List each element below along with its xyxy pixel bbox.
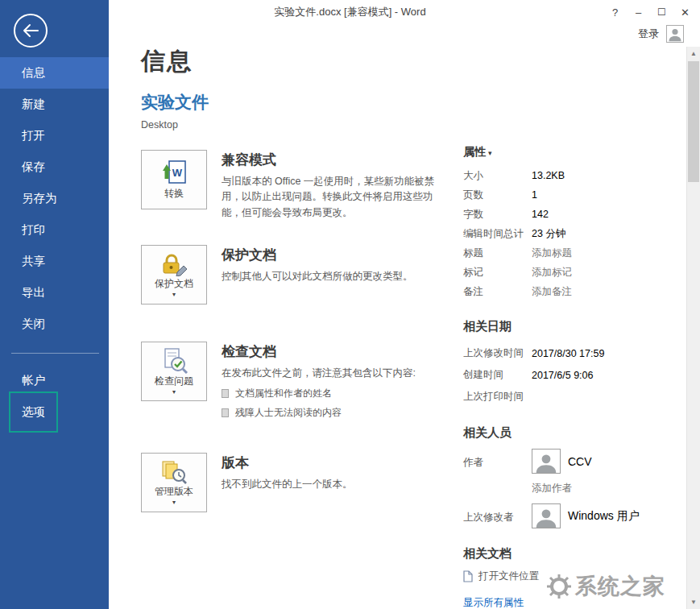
sidebar-item-options[interactable]: 选项 — [0, 396, 109, 428]
property-label: 字数 — [463, 208, 532, 222]
bullet-text: 文档属性和作者的姓名 — [235, 387, 332, 400]
related-documents-heading: 相关文档 — [463, 546, 700, 561]
property-row-comments: 备注 添加备注 — [463, 282, 700, 301]
person-icon — [534, 506, 558, 528]
sidebar-item-export[interactable]: 导出 — [0, 277, 109, 309]
last-modified-by-row: 上次修改者 Windows 用户 — [463, 503, 700, 528]
inspect-section: 检查问题 ▾ 检查文档 在发布此文件之前，请注意其包含以下内容: 文档属性和作者… — [141, 342, 487, 453]
backstage-sidebar: 信息 新建 打开 保存 另存为 打印 共享 导出 关闭 帐户 选项 — [0, 0, 109, 609]
bullet-icon — [222, 408, 229, 417]
check-issues-button-label: 检查问题 — [155, 375, 193, 388]
inspect-bullet-item: 文档属性和作者的姓名 — [222, 387, 437, 400]
show-all-properties-link[interactable]: 显示所有属性 — [463, 596, 700, 609]
inspect-description: 在发布此文件之前，请注意其包含以下内容: — [222, 366, 437, 381]
properties-rows: 大小 13.2KB 页数 1 字数 142 编辑时间总计 23 分钟 标题 添加… — [463, 166, 700, 301]
sidebar-item-info[interactable]: 信息 — [0, 57, 109, 89]
help-button[interactable]: ? — [603, 0, 627, 24]
property-label: 编辑时间总计 — [463, 227, 532, 241]
convert-button[interactable]: W 转换 — [141, 150, 207, 209]
property-value: 142 — [532, 209, 549, 220]
maximize-button[interactable]: ☐ — [650, 0, 673, 24]
date-value: 2017/6/5 9:06 — [532, 370, 593, 381]
info-page: 信息 实验文件 Desktop W 转换 兼容模式 与旧版本的 Office 一… — [109, 24, 686, 609]
check-issues-button[interactable]: 检查问题 ▾ — [141, 342, 207, 401]
date-label: 创建时间 — [463, 368, 532, 382]
options-highlight-box[interactable]: 选项 — [9, 392, 58, 433]
open-file-location-label: 打开文件位置 — [478, 570, 539, 583]
dropdown-icon: ▾ — [488, 149, 492, 157]
versions-description: 找不到此文件的上一个版本。 — [222, 477, 437, 492]
sidebar-item-open[interactable]: 打开 — [0, 120, 109, 151]
date-row-created: 创建时间 2017/6/5 9:06 — [463, 364, 700, 386]
svg-text:W: W — [172, 167, 183, 179]
inspect-bullet-item: 残障人士无法阅读的内容 — [222, 406, 437, 420]
add-comments-field[interactable]: 添加备注 — [532, 285, 572, 299]
compatibility-section: W 转换 兼容模式 与旧版本的 Office 一起使用时，某些新功能被禁用，以防… — [141, 150, 487, 245]
sign-in-link[interactable]: 登录 — [638, 27, 659, 41]
back-arrow-icon — [22, 23, 39, 38]
document-location: Desktop — [141, 119, 686, 130]
scroll-down-icon[interactable]: ▼ — [687, 595, 700, 609]
sidebar-item-save-as[interactable]: 另存为 — [0, 183, 109, 214]
page-title: 信息 — [141, 45, 686, 78]
compatibility-heading: 兼容模式 — [222, 151, 437, 169]
property-label: 大小 — [463, 169, 532, 183]
date-value: 2017/8/30 17:59 — [532, 348, 604, 359]
dropdown-icon: ▾ — [172, 499, 176, 506]
inspect-magnifier-icon — [161, 347, 188, 374]
property-label: 标题 — [463, 246, 532, 260]
account-avatar-icon[interactable] — [666, 25, 684, 43]
person-icon — [534, 451, 558, 473]
property-row-words: 字数 142 — [463, 205, 700, 224]
sign-in-area: 登录 — [638, 25, 684, 43]
manage-versions-button-label: 管理版本 — [155, 485, 193, 499]
open-file-location-link[interactable]: 打开文件位置 — [463, 570, 700, 583]
info-sections: W 转换 兼容模式 与旧版本的 Office 一起使用时，某些新功能被禁用，以防… — [141, 150, 487, 548]
sidebar-item-share[interactable]: 共享 — [0, 246, 109, 277]
lock-pen-icon — [160, 252, 188, 276]
bullet-text: 残障人士无法阅读的内容 — [235, 406, 342, 420]
convert-doc-icon: W — [160, 160, 188, 186]
protect-description: 控制其他人可以对此文档所做的更改类型。 — [222, 269, 437, 284]
modifier-name: Windows 用户 — [568, 509, 640, 524]
minimize-button[interactable]: – — [627, 0, 650, 24]
property-value: 1 — [532, 189, 537, 201]
dropdown-icon: ▾ — [172, 389, 176, 396]
add-author-field[interactable]: 添加作者 — [532, 482, 700, 495]
versions-section: 管理版本 ▾ 版本 找不到此文件的上一个版本。 — [141, 453, 487, 548]
properties-heading[interactable]: 属性▾ — [463, 145, 700, 160]
property-label: 标记 — [463, 266, 532, 280]
date-label: 上次打印时间 — [463, 390, 532, 404]
sidebar-item-new[interactable]: 新建 — [0, 89, 109, 120]
close-button[interactable]: ✕ — [673, 0, 697, 24]
property-label: 备注 — [463, 285, 532, 299]
property-value: 13.2KB — [532, 170, 565, 181]
author-row: 作者 CCV — [463, 449, 700, 474]
properties-panel: 属性▾ 大小 13.2KB 页数 1 字数 142 编辑时间总计 23 分钟 标… — [463, 145, 700, 609]
dropdown-icon: ▾ — [172, 292, 176, 298]
add-title-field[interactable]: 添加标题 — [532, 246, 572, 260]
sidebar-item-save[interactable]: 保存 — [0, 151, 109, 183]
date-row-printed: 上次打印时间 — [463, 386, 700, 408]
manage-versions-button[interactable]: 管理版本 ▾ — [141, 453, 207, 512]
modifier-label: 上次修改者 — [463, 503, 532, 528]
bullet-icon — [222, 389, 229, 398]
back-button[interactable] — [14, 14, 48, 48]
add-tags-field[interactable]: 添加标记 — [532, 266, 572, 280]
sidebar-item-close[interactable]: 关闭 — [0, 309, 109, 340]
property-label: 页数 — [463, 188, 532, 202]
versions-stack-icon — [160, 459, 188, 484]
vertical-scrollbar[interactable]: ▲ ▼ — [686, 47, 700, 609]
document-title: 实验文件 — [141, 91, 686, 114]
compatibility-description: 与旧版本的 Office 一起使用时，某些新功能被禁用，以防止出现问题。转换此文… — [222, 174, 437, 221]
modifier-chip[interactable]: Windows 用户 — [532, 503, 640, 528]
convert-button-label: 转换 — [164, 187, 184, 201]
scrollbar-thumb[interactable] — [688, 61, 699, 182]
document-icon — [463, 570, 473, 582]
protect-document-button[interactable]: 保护文档 ▾ — [141, 245, 207, 304]
scroll-up-icon[interactable]: ▲ — [687, 47, 700, 60]
author-chip[interactable]: CCV — [532, 449, 592, 474]
author-name: CCV — [568, 455, 592, 468]
sidebar-item-print[interactable]: 打印 — [0, 214, 109, 246]
window-controls: ? – ☐ ✕ — [603, 0, 697, 24]
